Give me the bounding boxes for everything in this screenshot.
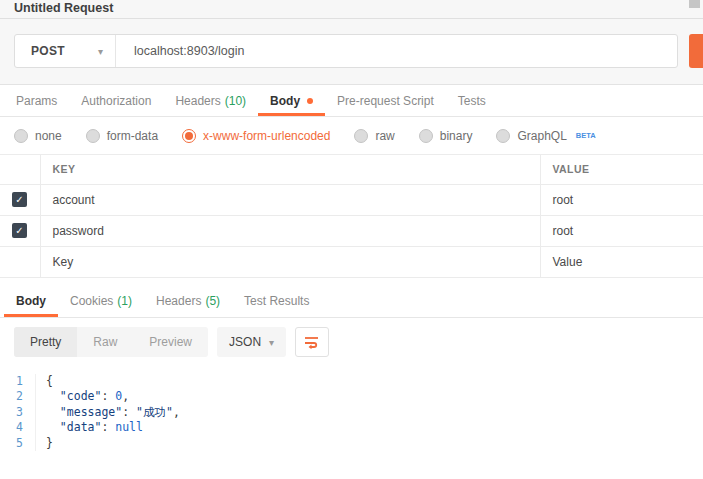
tab-body[interactable]: Body [258,85,325,116]
response-headers-count: (5) [205,294,220,308]
line-number: 2 [0,389,36,405]
wrap-text-button[interactable] [295,327,329,357]
request-url-bar: POST ▾ localhost:8903/login [14,34,678,68]
postman-window: Untitled Request POST ▾ localhost:8903/l… [0,0,703,479]
request-title: Untitled Request [0,0,703,19]
preview-button[interactable]: Preview [133,327,208,357]
view-mode-group: Pretty Raw Preview [14,327,208,357]
response-tab-test-results[interactable]: Test Results [232,286,321,317]
radio-form-data[interactable]: form-data [86,129,158,143]
beta-badge: BETA [576,131,596,140]
chevron-down-icon: ▾ [98,46,103,57]
request-tabs: Params Authorization Headers (10) Body P… [0,85,703,117]
tab-tests[interactable]: Tests [446,85,498,116]
kv-key-placeholder[interactable]: Key [40,246,540,277]
body-type-row: none form-data x-www-form-urlencoded raw… [0,117,703,155]
radio-icon [354,129,368,143]
method-label: POST [31,44,65,58]
table-row: ✓ password root [0,215,703,246]
radio-graphql[interactable]: GraphQL BETA [496,129,595,143]
radio-icon [86,129,100,143]
chevron-down-icon: ▾ [269,337,274,348]
request-row: POST ▾ localhost:8903/login [0,19,703,84]
radio-x-www-form-urlencoded[interactable]: x-www-form-urlencoded [182,129,330,143]
scrollbar-thumb[interactable] [689,0,700,8]
method-select[interactable]: POST ▾ [15,35,116,67]
line-number: 5 [0,436,36,452]
tab-authorization[interactable]: Authorization [69,85,163,116]
code-line: 5} [0,436,703,452]
table-row: ✓ account root [0,184,703,215]
language-label: JSON [229,335,261,349]
response-view-controls: Pretty Raw Preview JSON ▾ [0,318,703,366]
raw-button[interactable]: Raw [77,327,133,357]
code-line: 1{ [0,374,703,390]
kv-key-header: KEY [40,155,540,184]
pretty-button[interactable]: Pretty [14,327,77,357]
radio-icon [14,129,28,143]
table-row-placeholder: Key Value [0,246,703,277]
send-button[interactable] [689,34,703,68]
response-tab-body[interactable]: Body [4,286,58,317]
kv-value-cell[interactable]: root [540,215,703,246]
kv-value-header: VALUE [540,155,703,184]
kv-key-cell[interactable]: account [40,184,540,215]
kv-key-cell[interactable]: password [40,215,540,246]
response-body-json: 1{2 "code": 0,3 "message": "成功",4 "data"… [0,366,703,452]
radio-raw[interactable]: raw [354,129,394,143]
radio-selected-icon [182,129,196,143]
line-number: 4 [0,420,36,436]
tab-params[interactable]: Params [4,85,69,116]
code-line: 3 "message": "成功", [0,405,703,421]
checkbox-checked-icon[interactable]: ✓ [12,192,27,207]
kv-header-row: KEY VALUE [0,155,703,184]
checkbox-checked-icon[interactable]: ✓ [12,223,27,238]
radio-icon [419,129,433,143]
code-line: 2 "code": 0, [0,389,703,405]
radio-binary[interactable]: binary [419,129,473,143]
cookies-count: (1) [117,294,132,308]
headers-count: (10) [225,94,246,108]
tab-headers[interactable]: Headers (10) [163,85,258,116]
response-tabs: Body Cookies (1) Headers (5) Test Result… [0,286,703,318]
radio-icon [496,129,510,143]
url-input[interactable]: localhost:8903/login [116,35,677,67]
wrap-text-icon [304,335,320,349]
code-line: 4 "data": null [0,420,703,436]
response-tab-headers[interactable]: Headers (5) [144,286,232,317]
urlencoded-kv-table: KEY VALUE ✓ account root ✓ password root… [0,155,703,278]
kv-check-header [0,155,40,184]
kv-value-cell[interactable]: root [540,184,703,215]
kv-value-placeholder[interactable]: Value [540,246,703,277]
request-header: Untitled Request POST ▾ localhost:8903/l… [0,0,703,85]
body-modified-dot-icon [307,98,313,104]
tab-pre-request-script[interactable]: Pre-request Script [325,85,446,116]
line-number: 3 [0,405,36,421]
response-tab-cookies[interactable]: Cookies (1) [58,286,144,317]
radio-none[interactable]: none [14,129,62,143]
code-lines: 1{2 "code": 0,3 "message": "成功",4 "data"… [0,374,703,452]
line-number: 1 [0,374,36,390]
language-select[interactable]: JSON ▾ [217,327,286,357]
